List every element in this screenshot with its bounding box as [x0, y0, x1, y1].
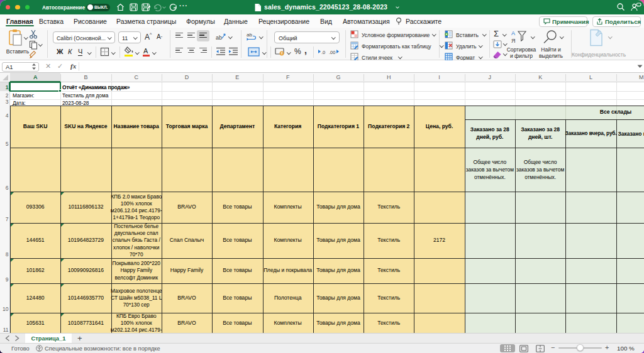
svg-text:.0: .0 [321, 50, 325, 55]
svg-text:А: А [511, 30, 515, 36]
svg-text:ab: ab [247, 32, 252, 38]
svg-text:.00: .00 [329, 50, 335, 55]
svg-text:Я: Я [511, 38, 516, 44]
svg-text:ab: ab [216, 35, 222, 41]
